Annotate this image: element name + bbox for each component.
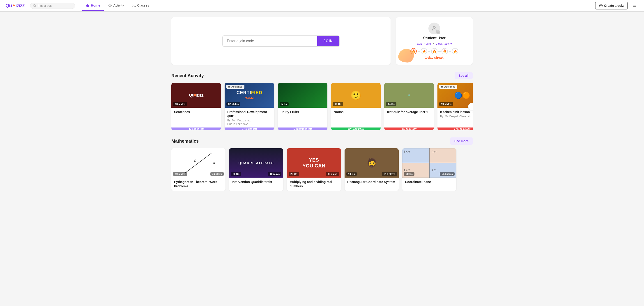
card-badge-testquiz: 14 Qs (386, 102, 396, 106)
math-card-quadrilaterals[interactable]: QUADRILATERALS 20 Qs 1k plays Interventi… (229, 148, 283, 191)
svg-line-13 (185, 153, 212, 173)
clock-icon (108, 4, 112, 7)
nav-classes-label: Classes (137, 4, 149, 7)
activity-card-testquiz[interactable]: 🗺️ 14 Qs test quiz for overage user 1 0%… (384, 83, 434, 130)
card-thumb-fruity: 5 Qs (278, 83, 328, 108)
math-thumb-coordinate: (-x,y) (x,y) (-x,-y) (x,-y) 20 Qs 504 pl… (402, 148, 456, 178)
recent-activity-section: Recent Activity See all Quizizz 13 slide… (171, 72, 473, 130)
math-card-body-quadrilaterals: Intervention Quadrilaterals (229, 178, 283, 187)
card-thumb-kitchen: Assigned 🔵🟠 19 slides (438, 83, 473, 108)
card-footer-testquiz: 0% accuracy (384, 128, 434, 130)
assigned-badge-profdev: Assigned (226, 85, 244, 89)
streak-day-3: 🔥 (431, 48, 438, 54)
hero-section: JOIN + Student User Edit Profile • View … (171, 17, 473, 65)
streak-day-2: 🔥 (421, 48, 427, 54)
thumb-emoji-nouns: 🙂 (350, 90, 362, 101)
see-more-math-button[interactable]: See more (450, 137, 473, 145)
card-title-fruity: Fruity Fruits (280, 110, 325, 114)
math-card-body-coordinate: Coordinate Plane (402, 178, 456, 187)
svg-point-0 (33, 5, 36, 7)
search-icon (33, 4, 36, 7)
recent-activity-cards: Quizizz 13 slides Sentences 13 slides le… (171, 83, 473, 130)
logo[interactable]: Qu izizz (6, 3, 24, 9)
search-input[interactable] (38, 4, 70, 8)
card-thumb-nouns: 🙂 10 Qs (331, 83, 381, 108)
activity-card-fruity[interactable]: 5 Qs Fruity Fruits 5 questions left (278, 83, 328, 130)
nav-links: Home Activity Classes (82, 0, 153, 11)
progress-bar-testquiz: 0% accuracy (384, 128, 434, 130)
math-badge-plays-pythagorean: 76 plays (210, 172, 224, 176)
math-badge-plays-multiply: 8k plays (326, 172, 339, 176)
streak-day-5: 🔥 (452, 48, 458, 54)
join-code-input[interactable] (223, 36, 317, 46)
hamburger-button[interactable] (630, 2, 638, 10)
math-card-body-rectangular: Rectangular Coordinate System (344, 178, 399, 187)
nav-link-home[interactable]: Home (82, 0, 104, 11)
card-due-profdev: Due in 1742 days (227, 123, 272, 126)
join-button[interactable]: JOIN (317, 36, 339, 46)
math-card-pythagorean[interactable]: c a 19 slides 76 plays Pythagorean Theor… (171, 148, 226, 191)
card-body-kitchen: Kitchen sink lesson 3 By: Mr. Deepak Che… (438, 108, 473, 128)
profile-actions: Edit Profile • View Activity (417, 42, 452, 45)
card-thumb-profdev: Assigned CERTIFIEDGaMe 37 slides (224, 83, 274, 108)
progress-bar-kitchen: 27% accuracy (438, 128, 473, 130)
navbar: Qu izizz Home Activity Classes Create a … (0, 0, 644, 12)
nav-right: Create a quiz (595, 2, 638, 10)
math-card-title-quadrilaterals: Intervention Quadrilaterals (232, 180, 280, 184)
nav-link-classes[interactable]: Classes (128, 0, 153, 11)
card-footer-fruity: 5 questions left (278, 128, 328, 130)
thumb-icons-kitchen: 🔵🟠 (454, 92, 470, 99)
math-badge-plays-coordinate: 504 plays (440, 172, 454, 176)
math-badge-slides-pythagorean: 19 slides (173, 172, 187, 176)
math-card-multiply[interactable]: YESYOU CAN 20 Qs 8k plays Multiplying an… (287, 148, 341, 191)
nav-link-activity[interactable]: Activity (105, 0, 128, 11)
svg-point-10 (433, 27, 435, 29)
logo-text: Qu (6, 3, 12, 9)
card-thumb-sentences: Quizizz 13 slides (171, 83, 221, 108)
plus-circle-icon (599, 4, 603, 8)
math-card-rectangular[interactable]: 🧔 10 Qs 613 plays Rectangular Coordinate… (344, 148, 399, 191)
math-thumb-quadrilaterals: QUADRILATERALS 20 Qs 1k plays (229, 148, 283, 178)
mathematics-section: Mathematics See more c a 19 slides 76 pl… (171, 137, 473, 191)
math-thumb-rectangular: 🧔 10 Qs 613 plays (344, 148, 399, 178)
search-bar[interactable] (30, 3, 75, 9)
card-title-testquiz: test quiz for overage user 1 (387, 110, 431, 114)
math-badge-plays-quadrilaterals: 1k plays (268, 172, 282, 176)
profile-card: + Student User Edit Profile • View Activ… (396, 17, 473, 65)
edit-profile-link[interactable]: Edit Profile (417, 42, 431, 45)
nav-activity-label: Activity (113, 4, 124, 7)
math-thumb-pythagorean: c a 19 slides 76 plays (171, 148, 226, 178)
math-badge-slides-multiply: 20 Qs (289, 172, 299, 176)
activity-card-nouns[interactable]: 🙂 10 Qs Nouns 90% accuracy (331, 83, 381, 130)
card-title-nouns: Nouns (334, 110, 378, 114)
math-badge-plays-rectangular: 613 plays (382, 172, 397, 176)
math-card-body-pythagorean: Pythagorean Theorem: Word Problems (171, 178, 226, 191)
activity-card-sentences[interactable]: Quizizz 13 slides Sentences 13 slides le… (171, 83, 221, 130)
card-title-profdev: Professional Development quiz... (227, 110, 272, 118)
activity-card-profdev[interactable]: Assigned CERTIFIEDGaMe 37 slides Profess… (224, 83, 274, 130)
math-card-body-multiply: Multiplying and dividing real numbers (287, 178, 341, 191)
streak-flames: 🔥 — 🔥 — 🔥 — 🔥 — 🔥 (410, 48, 458, 54)
math-card-coordinate[interactable]: (-x,y) (x,y) (-x,-y) (x,-y) 20 Qs 504 pl… (402, 148, 456, 191)
math-badge-slides-coordinate: 20 Qs (404, 172, 414, 176)
svg-text:a: a (213, 161, 215, 165)
math-badge-slides-rectangular: 10 Qs (346, 172, 357, 176)
progress-bar-nouns: 90% accuracy (331, 128, 381, 130)
mathematics-title: Mathematics (171, 139, 199, 144)
create-quiz-button[interactable]: Create a quiz (595, 2, 628, 10)
main-content: JOIN + Student User Edit Profile • View … (164, 12, 480, 204)
card-by-kitchen: By: Mr. Deepak Cheenath (440, 115, 473, 118)
activity-card-kitchen[interactable]: Assigned 🔵🟠 19 slides Kitchen sink lesso… (438, 83, 473, 130)
math-badge-slides-quadrilaterals: 20 Qs (231, 172, 241, 176)
view-activity-link[interactable]: View Activity (436, 42, 452, 45)
recent-activity-title: Recent Activity (171, 73, 204, 78)
math-card-title-multiply: Multiplying and dividing real numbers (290, 180, 338, 188)
svg-point-3 (133, 4, 134, 5)
card-footer-sentences: 13 slides left (171, 128, 221, 130)
progress-bar-profdev: 37 slides left (224, 128, 274, 130)
card-footer-profdev: 37 slides left (224, 128, 274, 130)
card-badge-profdev: 37 slides (226, 102, 240, 106)
thumb-text-quadrilaterals: QUADRILATERALS (238, 161, 274, 165)
profile-name: Student User (423, 36, 446, 40)
see-all-button[interactable]: See all (454, 72, 473, 79)
